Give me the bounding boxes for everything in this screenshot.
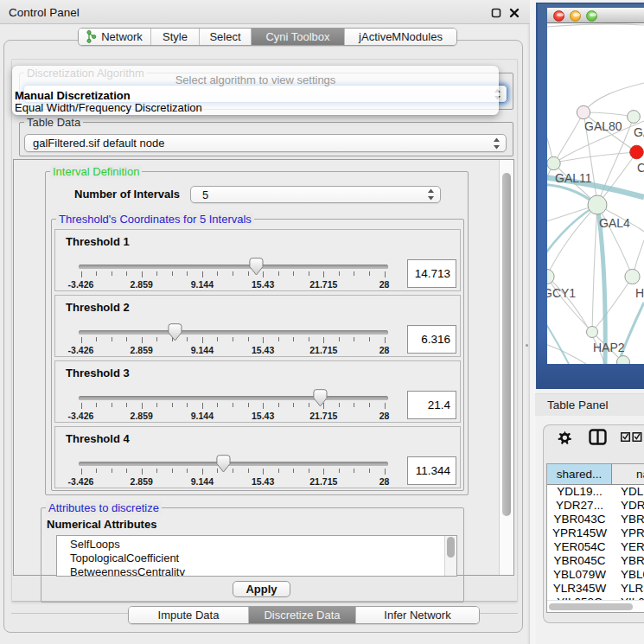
tick-label: -3.426 [68, 411, 94, 421]
threshold-panel-1: Threshold 1-3.4262.8599.14415.4321.71528… [54, 229, 461, 291]
cyni-bottom-tabs: Impute DataDiscretize DataInfer Network [128, 606, 480, 624]
slider-track[interactable] [79, 265, 388, 269]
node-label-GAL4: GAL4 [599, 216, 630, 230]
tick [339, 337, 340, 341]
table-row[interactable]: YER054CYER05 [547, 540, 644, 554]
tab-label: Network [101, 30, 143, 43]
table-row[interactable]: YBR045CYBR04 [547, 554, 644, 568]
table-row[interactable]: YDL19...YDL19 [547, 485, 644, 499]
node-table-header: shared... na [547, 464, 644, 485]
threshold-value-box[interactable]: 14.713 [407, 259, 456, 288]
table-panel-title: Table Panel [547, 399, 609, 411]
slider-thumb[interactable] [313, 389, 328, 407]
GAL80-node[interactable] [577, 105, 590, 118]
settings-scrollbar[interactable] [499, 160, 513, 575]
tick [309, 271, 309, 276]
slider-track[interactable] [79, 462, 388, 466]
apply-button[interactable]: Apply [233, 581, 290, 597]
tick-label: -3.426 [68, 476, 94, 487]
attribute-item[interactable]: BetweennessCentrality [57, 565, 456, 577]
minimize-traffic-light[interactable] [570, 10, 581, 22]
attributes-list-scrollbar[interactable] [444, 536, 456, 576]
tick-label: 21.715 [309, 345, 337, 355]
slider-thumb[interactable] [216, 455, 231, 473]
bottom-node[interactable] [617, 356, 630, 365]
tick [187, 337, 188, 341]
threshold-value-box[interactable]: 11.344 [407, 456, 456, 485]
slider-thumb[interactable] [249, 258, 264, 276]
tab-impute-data[interactable]: Impute Data [129, 607, 249, 623]
tab-select[interactable]: Select [200, 29, 252, 45]
node-table[interactable]: shared... na YDL19...YDL19YDR27...YDR27Y… [546, 463, 644, 613]
attribute-item[interactable]: SelfLoops [57, 538, 456, 552]
tab-label: Style [163, 30, 188, 43]
popup-item-1[interactable]: Manual Discretization [15, 89, 131, 102]
red-node[interactable] [630, 145, 644, 159]
attribute-item[interactable]: TopologicalCoefficient [57, 552, 456, 565]
columns-icon[interactable] [589, 429, 607, 445]
network-edge-highlighted [618, 303, 644, 364]
network-canvas[interactable]: GAL80GACGAL11GAL4GCY1HHAP2 [547, 23, 644, 364]
checkboxes-icon[interactable] [621, 432, 643, 442]
close-icon[interactable] [509, 8, 520, 18]
tab-cyni-toolbox[interactable]: Cyni Toolbox [252, 29, 345, 45]
tick [354, 469, 354, 473]
GAL4-node[interactable] [588, 195, 607, 214]
cell-name: YDL19 [612, 485, 644, 499]
table-row[interactable]: YPR145WYPR14 [547, 526, 644, 540]
table-row[interactable]: YDR27...YDR27 [547, 499, 644, 513]
tick-label: 15.43 [252, 411, 274, 421]
column-header-shared-name[interactable]: shared... [547, 464, 612, 485]
tick [202, 469, 203, 475]
network-edge-highlighted [547, 205, 597, 268]
tab-jactivemnodules[interactable]: jActiveMNodules [345, 29, 456, 45]
number-of-intervals-select[interactable]: 5 [190, 186, 441, 203]
node-label-H: H [635, 286, 644, 300]
tick [156, 403, 157, 407]
table-row[interactable]: YLR345WYLR34 [547, 582, 644, 596]
tick-label: -3.426 [68, 345, 94, 355]
close-traffic-light[interactable] [553, 10, 564, 22]
slider-track[interactable] [79, 330, 388, 335]
cell-shared-name: YPR145W [547, 526, 612, 540]
threshold-value-box[interactable]: 6.316 [407, 325, 456, 354]
network-edge [547, 24, 644, 27]
tick-label: 9.144 [191, 411, 214, 421]
control-panel-tabs: NetworkStyleSelectCyni ToolboxjActiveMNo… [78, 28, 457, 46]
slider-thumb[interactable] [168, 323, 182, 341]
tick [278, 469, 279, 473]
cell-name: YBL07 [612, 568, 644, 582]
table-horizontal-scrollbar[interactable] [547, 600, 644, 613]
node-label-GA: GA [634, 125, 644, 139]
node-label-GCY1: GCY1 [547, 286, 576, 300]
HAP2-node[interactable] [587, 327, 598, 338]
column-header-name[interactable]: na [612, 464, 644, 485]
threshold-value-box[interactable]: 21.4 [407, 391, 456, 419]
H-node[interactable] [625, 269, 640, 284]
table-row[interactable]: YBL079WYBL07 [547, 568, 644, 582]
panel-divider[interactable] [530, 0, 536, 644]
network-edge [592, 205, 597, 332]
cell-name: YPR14 [612, 526, 644, 540]
float-window-icon[interactable] [491, 8, 501, 18]
numerical-attributes-list[interactable]: SelfLoopsTopologicalCoefficientBetweenne… [56, 535, 457, 577]
zoom-traffic-light[interactable] [586, 10, 597, 22]
top-right-node[interactable] [628, 111, 641, 124]
tick [323, 337, 324, 343]
tab-infer-network[interactable]: Infer Network [356, 607, 479, 623]
network-edge [583, 83, 644, 112]
tab-network[interactable]: Network [79, 29, 151, 45]
slider-track[interactable] [79, 396, 388, 400]
popup-item-2[interactable]: Equal Width/Frequency Discretization [15, 101, 202, 114]
tick [96, 403, 97, 407]
table-row[interactable]: YBR043CYBR04 [547, 513, 644, 526]
tab-discretize-data[interactable]: Discretize Data [249, 607, 356, 623]
GAL11-node[interactable] [547, 156, 560, 169]
tick [187, 469, 188, 473]
table-data-select[interactable]: galFiltered.sif default node [24, 134, 507, 152]
gear-icon[interactable] [558, 430, 572, 445]
tab-label: Cyni Toolbox [265, 30, 329, 43]
tick [354, 271, 354, 276]
tab-style[interactable]: Style [151, 29, 200, 45]
cell-shared-name: YBL079W [547, 568, 612, 582]
